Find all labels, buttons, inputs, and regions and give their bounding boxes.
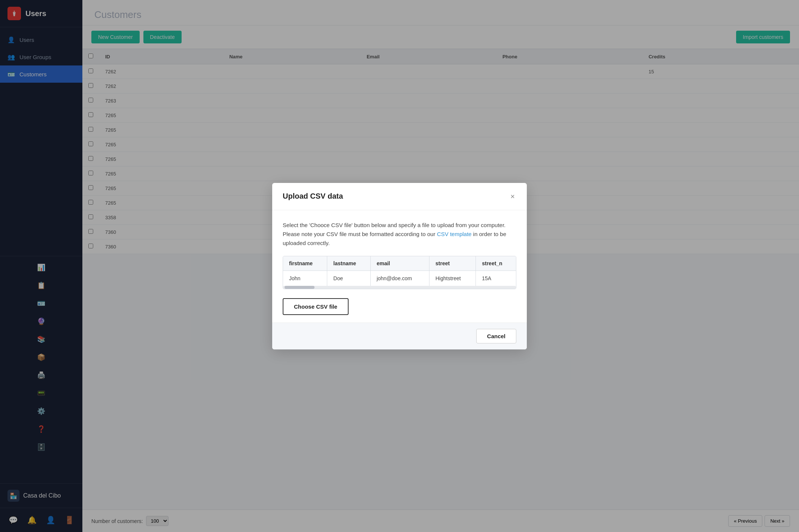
csv-cell-street-n: 15A xyxy=(476,270,516,286)
modal-body: Select the 'Chooce CSV file' button belo… xyxy=(272,210,527,322)
upload-csv-modal: Upload CSV data × Select the 'Chooce CSV… xyxy=(272,183,527,349)
modal-desc-part2: Please note your CSV file must be format… xyxy=(283,231,437,237)
csv-table-scroll[interactable]: firstname lastname email street street_n… xyxy=(283,256,516,286)
modal-header: Upload CSV data × xyxy=(272,183,527,210)
csv-col-firstname: firstname xyxy=(283,256,327,271)
choose-csv-button[interactable]: Choose CSV file xyxy=(283,298,349,315)
csv-preview-table: firstname lastname email street street_n… xyxy=(283,256,516,286)
csv-col-street: street xyxy=(429,256,476,271)
csv-scrollbar[interactable] xyxy=(283,286,516,289)
csv-col-email: email xyxy=(370,256,429,271)
csv-cell-street: Hightstreet xyxy=(429,270,476,286)
csv-preview-table-wrap: firstname lastname email street street_n… xyxy=(283,256,516,289)
csv-cell-firstname: John xyxy=(283,270,327,286)
modal-overlay[interactable]: Upload CSV data × Select the 'Chooce CSV… xyxy=(0,0,799,532)
modal-close-button[interactable]: × xyxy=(509,191,516,202)
csv-template-link[interactable]: CSV template xyxy=(437,231,472,237)
csv-cell-lastname: Doe xyxy=(327,270,371,286)
csv-preview-row: John Doe john@doe.com Hightstreet 15A xyxy=(283,270,516,286)
cancel-button[interactable]: Cancel xyxy=(476,329,516,343)
modal-description: Select the 'Chooce CSV file' button belo… xyxy=(283,221,516,248)
modal-desc-part1: Select the 'Chooce CSV file' button belo… xyxy=(283,222,505,228)
csv-cell-email: john@doe.com xyxy=(370,270,429,286)
modal-title: Upload CSV data xyxy=(283,192,343,201)
csv-col-lastname: lastname xyxy=(327,256,371,271)
csv-col-street-n: street_n xyxy=(476,256,516,271)
modal-footer: Cancel xyxy=(272,322,527,349)
csv-scrollbar-thumb xyxy=(285,286,315,289)
